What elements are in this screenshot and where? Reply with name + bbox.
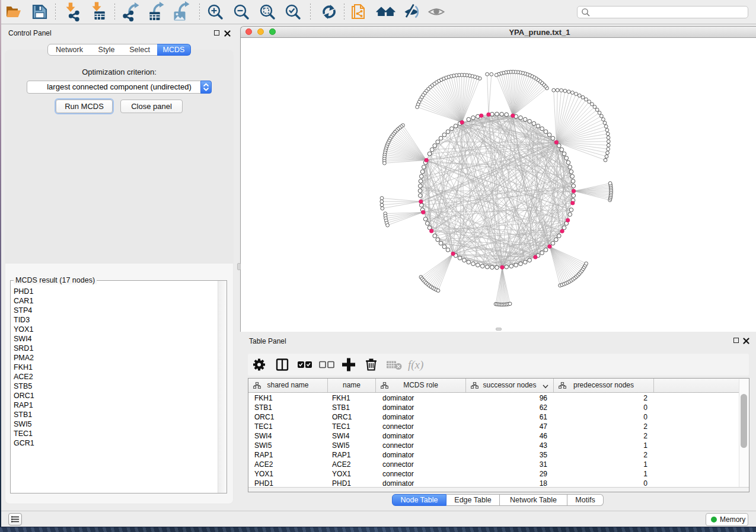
svg-text:f(x): f(x) <box>408 358 423 371</box>
